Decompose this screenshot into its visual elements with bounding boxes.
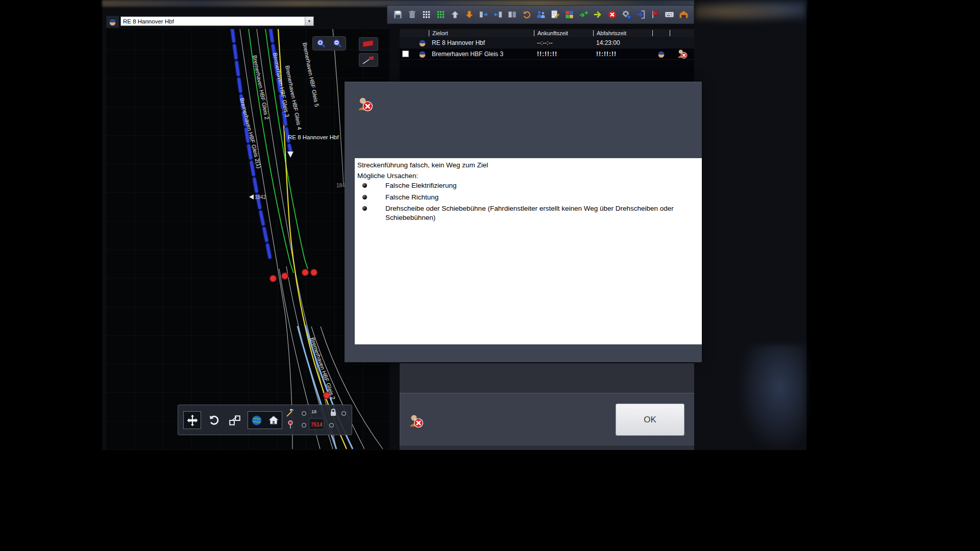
header-zielort[interactable]: Zielort <box>429 30 534 36</box>
direction-arrow <box>249 194 254 199</box>
rotate-icon <box>207 414 220 427</box>
cause-text: Drehscheibe oder Schiebebühne (Fahrdiens… <box>385 204 684 222</box>
grid-small-icon[interactable] <box>420 8 432 21</box>
move-down-icon[interactable] <box>463 8 475 21</box>
slope-tool-button[interactable] <box>359 53 378 67</box>
slope-flag-icon <box>361 55 376 65</box>
cause-item: Drehscheibe oder Schiebebühne (Fahrdiens… <box>357 204 702 222</box>
exit-icon[interactable] <box>634 8 647 21</box>
timetable-header: Zielort Ankunftszeit Abfahrtszeit <box>400 29 694 37</box>
cell-abfahrtszeit: 14:23:00 <box>593 37 652 48</box>
track-label: Bremerhaven HBF Gleis 2 <box>252 55 270 120</box>
cell-zielort: RE 8 Hannover Hbf <box>429 37 534 48</box>
bullet-icon <box>362 195 367 199</box>
route-blocked-icon[interactable] <box>677 48 688 59</box>
cause-item: Falsche Richtung <box>357 193 702 202</box>
move-icon <box>186 414 199 427</box>
rotate-tool-button[interactable] <box>205 411 223 429</box>
globe-icon[interactable] <box>251 414 263 427</box>
header-abfahrtszeit[interactable]: Abfahrtszeit <box>593 30 652 36</box>
cause-item: Falsche Elektrifizierung <box>357 181 702 190</box>
grid-large-icon[interactable] <box>434 8 447 21</box>
passengers-icon[interactable] <box>534 8 547 21</box>
route-add-icon[interactable] <box>577 8 590 21</box>
track-hud: 18 7514 <box>285 406 352 435</box>
route-id-value: 7514 <box>311 422 322 428</box>
cause-text: Falsche Richtung <box>385 193 684 202</box>
map-toolbar: 18 7514 <box>178 405 352 435</box>
timetable-panel: Zielort Ankunftszeit Abfahrtszeit RE 8 H… <box>400 29 694 82</box>
track-id-value: 18 <box>311 409 316 414</box>
transform-tool-button[interactable] <box>226 411 243 429</box>
route-id-chip: 7514 <box>309 418 324 430</box>
save-icon[interactable] <box>391 8 404 21</box>
move-up-icon[interactable] <box>449 8 461 21</box>
undo-icon[interactable] <box>520 8 532 21</box>
header-icon-col <box>400 30 429 36</box>
error-causes-heading: Mögliche Ursachen: <box>357 172 702 180</box>
cell-ankunftszeit: --:--:-- <box>534 37 593 48</box>
zoom-out-button[interactable] <box>330 37 345 49</box>
settings-icon[interactable] <box>620 8 632 21</box>
bullet-icon <box>362 206 367 211</box>
delete-icon[interactable] <box>406 8 418 21</box>
route-cancel-icon[interactable] <box>606 8 618 21</box>
transform-icon <box>228 414 241 427</box>
cell-abfahrtszeit: !!:!!:!! <box>593 48 652 60</box>
insert-before-icon[interactable] <box>477 8 489 21</box>
row-checkbox[interactable] <box>402 51 409 57</box>
track-label: Bremerhaven HBF Gleis 5 <box>302 42 320 107</box>
table-row[interactable]: Bremerhaven HBF Gleis 3 !!:!!:!! !!:!!:!… <box>400 48 694 60</box>
option-radio-3[interactable] <box>329 423 334 428</box>
header-col6 <box>670 30 694 36</box>
insert-after-icon[interactable] <box>492 8 504 21</box>
cell-zielort: Bremerhaven HBF Gleis 3 <box>429 48 534 60</box>
schedule-edit-icon[interactable] <box>549 8 561 21</box>
header-ankunftszeit[interactable]: Ankunftszeit <box>534 30 593 36</box>
chevron-down-icon[interactable]: ▼ <box>305 17 313 26</box>
signal-build-icon[interactable] <box>285 420 296 430</box>
train-position-label: RE 8 Hannover Hbf <box>288 134 339 140</box>
main-toolbar <box>387 5 694 24</box>
signal-id-label: 1842 <box>255 194 266 200</box>
driver-avatar-icon <box>418 49 427 59</box>
barrier-icon <box>361 39 376 49</box>
bullet-icon <box>362 183 367 188</box>
depot-icon[interactable] <box>677 8 690 21</box>
keypad-icon[interactable] <box>663 8 675 21</box>
cell-ankunftszeit: !!:!!:!! <box>534 48 593 60</box>
error-message-box: Streckenführung falsch, kein Weg zum Zie… <box>355 158 702 344</box>
edge-signal-id-label: 184 <box>336 183 345 188</box>
train-selector-value[interactable] <box>121 17 305 26</box>
route-blocked-icon[interactable] <box>408 413 424 429</box>
table-row[interactable]: RE 8 Hannover Hbf --:--:-- 14:23:00 <box>400 37 694 48</box>
train-driver-avatar <box>106 15 119 28</box>
option-radio-4[interactable] <box>341 411 346 416</box>
scene-blur-top <box>695 0 805 23</box>
pan-tool-button[interactable] <box>183 411 201 429</box>
barrier-tool-button[interactable] <box>359 37 378 51</box>
driver-avatar-icon <box>418 38 427 47</box>
route-end-arrow <box>287 152 293 158</box>
train-selector[interactable]: ▼ <box>120 16 314 26</box>
magnifier-plus-icon <box>316 39 326 48</box>
view-mode-box <box>248 411 282 429</box>
error-title: Streckenführung falsch, kein Weg zum Zie… <box>357 161 702 169</box>
option-radio-2[interactable] <box>302 423 306 428</box>
cause-text: Falsche Elektrifizierung <box>385 181 684 190</box>
lock-icon[interactable] <box>328 407 338 417</box>
home-icon[interactable] <box>267 414 280 427</box>
track-build-icon[interactable] <box>285 408 296 418</box>
route-go-icon[interactable] <box>592 8 604 21</box>
zoom-in-button[interactable] <box>314 37 328 49</box>
option-radio-1[interactable] <box>302 411 306 416</box>
confirm-dialog: OK <box>400 393 694 446</box>
color-grid-icon[interactable] <box>563 8 575 21</box>
header-col5 <box>652 30 670 36</box>
scene-blur-bottom <box>739 345 806 450</box>
route-blocked-icon[interactable] <box>357 96 373 112</box>
ok-button[interactable]: OK <box>616 404 684 436</box>
magnifier-minus-icon <box>333 39 342 48</box>
flag-icon[interactable] <box>649 8 661 21</box>
duplicate-icon[interactable] <box>506 8 518 21</box>
